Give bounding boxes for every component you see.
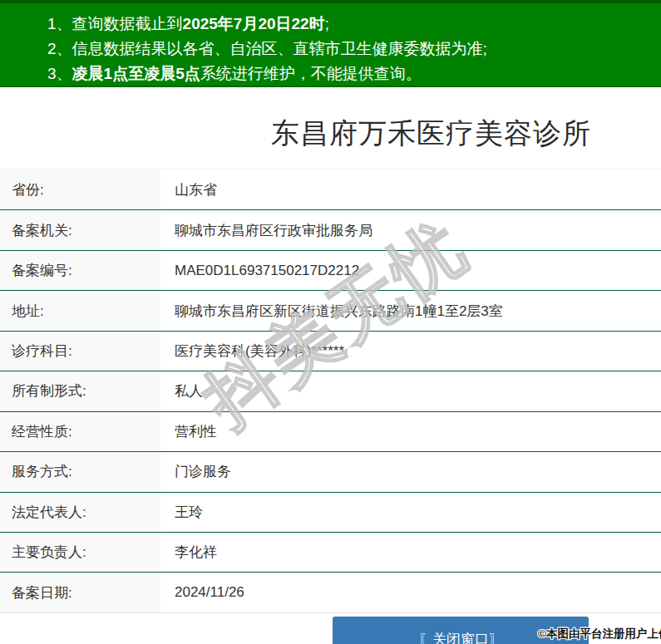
table-row-principal: 主要负责人: 李化祥 (0, 532, 661, 572)
row-value: 医疗美容科(美容外科)****** (160, 332, 661, 371)
row-label: 服务方式: (0, 452, 160, 491)
row-value: 2024/11/26 (160, 573, 661, 612)
table-row-address: 地址: 聊城市东昌府区新区街道振兴东路路南1幢1至2层3室 (0, 290, 661, 330)
row-label: 主要负责人: (0, 533, 160, 572)
page-title: 东昌府万禾医疗美容诊所 (271, 117, 591, 149)
row-label: 地址: (0, 291, 160, 330)
row-value: 门诊服务 (160, 452, 661, 491)
table-row-service-mode: 服务方式: 门诊服务 (0, 451, 661, 491)
table-row-province: 省份: 山东省 (0, 170, 661, 209)
table-row-filing-date: 备案日期: 2024/11/26 (0, 572, 661, 612)
notice-banner: 1、查询数据截止到2025年7月20日22时; 2、信息数据结果以各省、自治区、… (0, 0, 661, 87)
table-row-ownership-form: 所有制形式: 私人 (0, 371, 661, 410)
row-label: 省份: (0, 170, 160, 209)
row-value: 营利性 (160, 412, 661, 451)
table-row-filing-number: 备案编号: MAE0D1L6937150217D2212 (0, 250, 661, 290)
row-label: 所有制形式: (0, 371, 160, 410)
row-label: 备案编号: (0, 251, 160, 290)
record-detail-table: 省份: 山东省 备案机关: 聊城市东昌府区行政审批服务局 备案编号: MAE0D… (0, 169, 661, 613)
row-label: 诊疗科目: (0, 332, 160, 371)
row-value: 聊城市东昌府区行政审批服务局 (160, 210, 661, 249)
row-value: 私人 (160, 371, 661, 410)
row-value: 聊城市东昌府区新区街道振兴东路路南1幢1至2层3室 (160, 291, 661, 330)
notice-line-1: 1、查询数据截止到2025年7月20日22时; (47, 12, 653, 37)
row-label: 备案日期: (0, 573, 160, 612)
row-label: 法定代表人: (0, 493, 160, 532)
row-label: 备案机关: (0, 210, 160, 249)
row-value: 王玲 (160, 493, 661, 532)
title-container: 东昌府万禾医疗美容诊所 (0, 115, 661, 153)
notice-line-3: 3、凌晨1点至凌晨5点系统进行维护，不能提供查询。 (47, 61, 653, 86)
close-window-button[interactable]: 〖关闭窗口〗 (333, 617, 589, 644)
notice-number: 3、 (47, 65, 72, 82)
table-row-filing-authority: 备案机关: 聊城市东昌府区行政审批服务局 (0, 209, 661, 249)
table-row-legal-representative: 法定代表人: 王玲 (0, 492, 661, 532)
row-label: 经营性质: (0, 412, 160, 451)
table-row-treatment-subjects: 诊疗科目: 医疗美容科(美容外科)****** (0, 331, 661, 371)
notice-number: 2、 (47, 40, 72, 57)
notice-number: 1、 (47, 15, 72, 32)
table-row-business-nature: 经营性质: 营利性 (0, 411, 661, 451)
row-value: 山东省 (160, 170, 661, 209)
notice-line-2: 2、信息数据结果以各省、自治区、直辖市卫生健康委数据为准; (47, 37, 653, 61)
row-value: MAE0D1L6937150217D2212 (160, 251, 661, 290)
row-value: 李化祥 (160, 533, 661, 572)
